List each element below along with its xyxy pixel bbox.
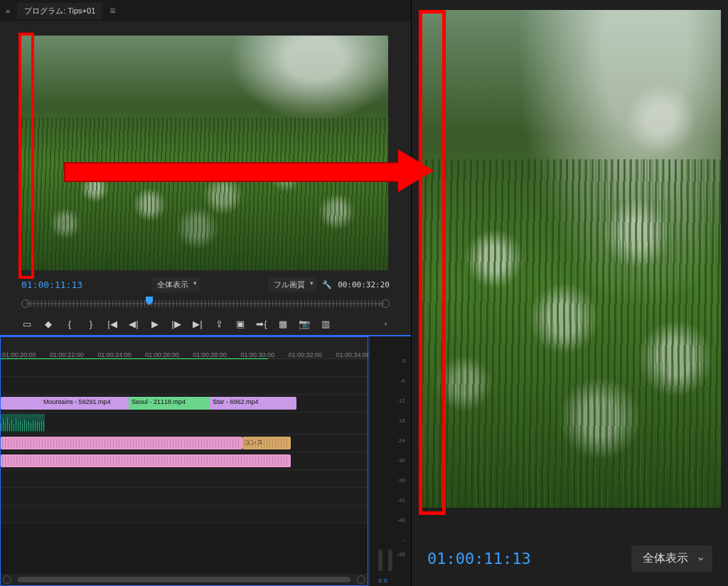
compare-button[interactable]: ▥ xyxy=(320,318,331,329)
timeline-panel: 01:00:20:00 01:00:22:00 01:00:24:00 01:0… xyxy=(0,335,411,586)
ruler-tick: 01:00:24:00 xyxy=(97,351,132,358)
audio-track-4[interactable] xyxy=(1,470,368,488)
scrub-bar[interactable] xyxy=(21,297,390,311)
panel-collapse-icon[interactable]: » xyxy=(6,6,10,15)
meter-label: 0 xyxy=(402,358,405,364)
program-monitor xyxy=(21,36,390,270)
timeline-clip[interactable]: Star - 6962.mp4 xyxy=(210,397,281,410)
insert-button[interactable]: ➡{ xyxy=(256,318,267,329)
timeline-clip[interactable]: Mountains - 59291.mp4 xyxy=(41,397,133,410)
zoom-handle-right[interactable] xyxy=(357,575,365,584)
in-bracket-button[interactable]: { xyxy=(64,318,75,329)
panel-menu-icon[interactable]: ≡ xyxy=(109,5,115,16)
ruler-tick: 01:00:20:00 xyxy=(2,351,36,358)
sequence-duration: 00:00:32:20 xyxy=(338,280,390,289)
meter-label: -18 xyxy=(397,417,405,424)
meter-label: -42 xyxy=(397,497,405,504)
transport-controls: ▭ ◆ { } |◀ ◀| ▶ |▶ ▶| ⇪ ▣ ➡{ ▦ 📷 ▥ ＋ xyxy=(0,312,411,335)
scrub-end-handle[interactable] xyxy=(381,299,390,308)
audio-track-1[interactable] xyxy=(1,412,368,435)
ruler-tick: 01:00:34:00 xyxy=(336,351,370,358)
timeline-clip[interactable]: Seoul - 21118.mp4 xyxy=(129,397,214,410)
audio-clip[interactable] xyxy=(1,454,291,467)
scrub-start-handle[interactable] xyxy=(21,299,30,308)
quality-dropdown[interactable]: フル画質 xyxy=(268,277,316,292)
video-track-2[interactable] xyxy=(1,377,368,395)
step-forward-button[interactable]: |▶ xyxy=(171,318,182,329)
current-timecode[interactable]: 01:00:11:13 xyxy=(21,279,82,290)
audio-clip[interactable] xyxy=(1,437,242,449)
ruler-tick: 01:00:22:00 xyxy=(50,351,84,358)
export-frame-button[interactable]: ⇪ xyxy=(213,318,225,329)
meter-bar-right xyxy=(388,550,392,571)
timeline-clip[interactable] xyxy=(1,397,45,410)
camera-icon[interactable]: 📷 xyxy=(299,318,310,329)
settings-icon[interactable]: 🔧 xyxy=(322,280,332,289)
meter-label: -36 xyxy=(397,477,405,484)
meter-label: -24 xyxy=(397,437,405,444)
audio-track-6[interactable] xyxy=(1,506,368,523)
video-track-3[interactable] xyxy=(1,359,368,377)
meter-label: -dB xyxy=(397,551,405,558)
program-tab-bar: » プログラム: Tips+01 ≡ xyxy=(0,0,411,21)
go-to-in-button[interactable]: |◀ xyxy=(107,318,118,329)
button-editor-icon[interactable]: ＋ xyxy=(382,319,390,329)
zoom-dropdown[interactable]: 全体表示 xyxy=(151,277,200,292)
mark-in-button[interactable]: ◆ xyxy=(43,318,54,329)
timeline-zoom-bar[interactable] xyxy=(1,574,368,585)
zoomed-preview[interactable] xyxy=(419,10,721,508)
zoomed-timecode[interactable]: 01:00:11:13 xyxy=(427,550,531,568)
lift-button[interactable]: ▣ xyxy=(235,318,246,329)
overwrite-button[interactable]: ▦ xyxy=(277,318,289,329)
zoomed-monitor xyxy=(419,10,721,531)
audio-meters: 0 -6 -12 -18 -24 -30 -36 -42 -48 -- -dB … xyxy=(369,336,411,586)
go-to-out-button[interactable]: ▶| xyxy=(192,318,203,329)
timeline-clip[interactable] xyxy=(277,397,296,410)
audio-clip[interactable] xyxy=(1,414,45,432)
audio-clip[interactable]: コンス xyxy=(242,437,291,449)
meter-label: -- xyxy=(402,537,405,543)
audio-track-3[interactable] xyxy=(1,452,368,470)
meter-bar-left xyxy=(378,550,382,571)
program-preview[interactable] xyxy=(21,36,388,270)
zoom-handle-left[interactable] xyxy=(3,575,11,584)
play-button[interactable]: ▶ xyxy=(149,318,161,329)
video-track-1[interactable]: Mountains - 59291.mp4 Seoul - 21118.mp4 … xyxy=(1,395,368,412)
meter-label: -48 xyxy=(397,517,405,523)
ruler-tick: 01:00:32:00 xyxy=(288,351,322,358)
add-marker-button[interactable]: ▭ xyxy=(21,318,33,329)
step-back-button[interactable]: ◀| xyxy=(128,318,139,329)
ruler-tick: 01:00:30:00 xyxy=(240,351,274,358)
program-tab[interactable]: プログラム: Tips+01 xyxy=(17,3,102,19)
meter-label: -12 xyxy=(397,398,405,404)
solo-buttons[interactable]: S S xyxy=(378,577,387,584)
zoomed-zoom-dropdown[interactable]: 全体表示 xyxy=(631,545,712,572)
audio-track-2[interactable]: コンス xyxy=(1,435,368,452)
meter-label: -6 xyxy=(400,378,405,384)
timeline-ruler[interactable]: 01:00:20:00 01:00:22:00 01:00:24:00 01:0… xyxy=(1,337,368,359)
ruler-tick: 01:00:28:00 xyxy=(193,351,227,358)
out-bracket-button[interactable]: } xyxy=(85,318,97,329)
meter-label: -30 xyxy=(397,457,405,464)
ruler-tick: 01:00:26:00 xyxy=(145,351,179,358)
audio-track-5[interactable] xyxy=(1,488,368,506)
